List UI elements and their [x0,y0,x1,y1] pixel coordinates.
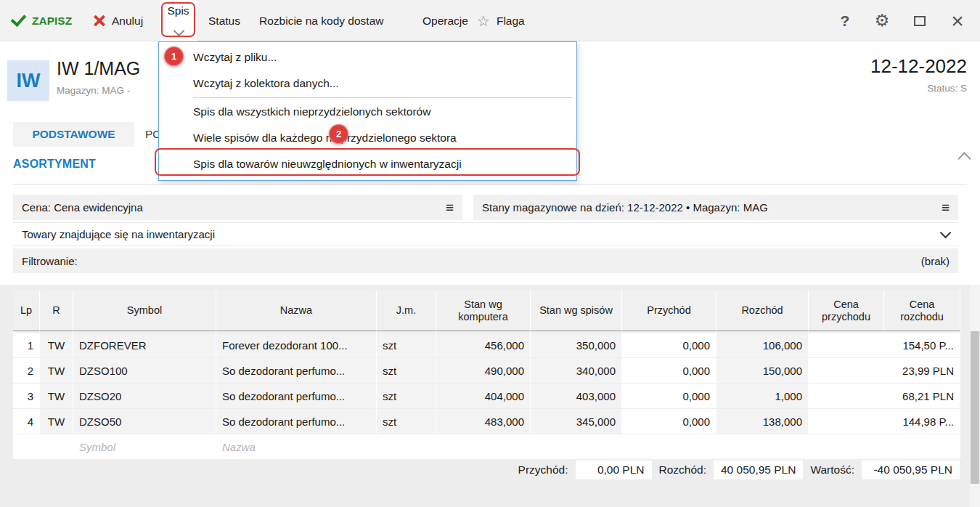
cell-rozchod: 1,000 [716,384,809,408]
menu-item-wczytaj-z-pliku[interactable]: Wczytaj z pliku... [159,44,576,70]
cell-cena-rozchodu: 144,98 P... [884,409,960,434]
cell-nazwa: So dezodorant perfumo... [216,409,377,434]
spis-menu-button[interactable]: Spis [161,4,195,17]
maximize-button[interactable] [907,0,932,41]
column-header-lp[interactable]: Lp [13,291,40,331]
column-header-rozchod[interactable]: Rozchód [716,291,809,331]
cell-rozchod: 138,000 [716,409,809,434]
cell-stan-komputera: 404,000 [436,384,531,408]
operacje-button-label: Operacje [422,15,468,28]
rozchod-total-value: 40 050,95 PLN [714,461,803,479]
save-button-label: ZAPISZ [32,15,72,28]
cell-przychod: 0,000 [622,333,716,357]
menu-item-spis-wszystkie-sektory[interactable]: Spis dla wszystkich nieprzydzielonych se… [159,99,576,125]
gear-icon: ⚙ [875,11,890,31]
red-x-icon [93,15,105,27]
close-button[interactable]: × [945,0,970,41]
entry-cell-przychod[interactable] [622,434,716,459]
cell-cena-przychodu [809,384,884,408]
stock-state-label: Stany magazynowe na dzień: 12-12-2022 • … [482,201,768,214]
menu-separator [193,97,572,98]
symbol-placeholder: Symbol [79,441,115,453]
column-header-stan-spisow[interactable]: Stan wg spisów [531,291,622,331]
price-type-bar[interactable]: Cena: Cena ewidencyjna ≡ [13,195,462,220]
flaga-button[interactable]: ☆ Flaga [477,0,525,41]
table-row[interactable]: 2 TW DZSO100 So dezodorant perfumo... sz… [13,358,960,383]
cancel-button[interactable]: Anuluj [93,0,143,41]
scope-dropdown[interactable]: Towary znajdujące się na inwentaryzacji [13,222,958,246]
star-icon: ☆ [477,12,490,30]
table-row[interactable]: 4 TW DZSO50 So dezodorant perfumo... szt… [13,409,960,434]
cell-jm: szt [377,384,436,408]
document-status: Status: S [927,83,967,94]
cell-przychod: 0,000 [622,409,716,434]
cell-cena-rozchodu: 23,99 PLN [884,358,960,383]
entry-cell-jm[interactable] [377,434,436,459]
wartosc-total-value: -40 050,95 PLN [862,461,960,479]
table-row[interactable]: 3 TW DZSO20 So dezodorant perfumo... szt… [13,384,960,408]
menu-item-wczytaj-z-kolektora[interactable]: Wczytaj z kolektora danych... [159,70,576,97]
stock-state-bar[interactable]: Stany magazynowe na dzień: 12-12-2022 • … [473,195,958,220]
vertical-scrollbar[interactable] [970,285,980,507]
settings-button[interactable]: ⚙ [870,0,894,41]
cell-symbol: DZSO50 [73,409,216,434]
hamburger-menu-icon[interactable]: ≡ [446,200,454,216]
table-header-row: Lp R Symbol Nazwa J.m. Stan wg komputera… [13,291,960,331]
maximize-icon [914,16,926,26]
column-header-jm[interactable]: J.m. [377,291,436,331]
cell-jm: szt [377,358,436,383]
cell-przychod: 0,000 [622,358,716,383]
save-button[interactable]: ZAPISZ [12,0,72,41]
cell-rozchod: 106,000 [716,333,809,357]
column-header-cena-rozchodu[interactable]: Cena rozchodu [884,291,960,331]
entry-cell-stan-spisow[interactable] [531,434,622,459]
cell-nazwa: So dezodorant perfumo... [216,384,377,408]
operacje-button[interactable]: Operacje [422,0,468,41]
column-header-cena-przychodu[interactable]: Cena przychodu [809,291,884,331]
rozbicie-button[interactable]: Rozbicie na kody dostaw [259,0,383,41]
entry-nazwa-input[interactable]: Nazwa [216,434,377,459]
column-header-symbol[interactable]: Symbol [73,291,216,331]
collapse-section-chevron-up-icon[interactable] [957,152,971,165]
cell-nazwa: So dezodorant perfumo... [216,358,377,383]
column-header-stan-komputera[interactable]: Stan wg komputera [436,291,531,331]
menu-item-spis-nieuwzglednione[interactable]: Spis dla towarów nieuwzględnionych w inw… [159,151,576,177]
cell-symbol: DZFOREVER [73,333,216,357]
cell-lp: 4 [13,409,40,434]
entry-cell-cena-rozchodu[interactable] [884,434,960,459]
nazwa-placeholder: Nazwa [222,441,256,453]
column-header-nazwa[interactable]: Nazwa [216,291,377,331]
scrollbar-thumb[interactable] [971,331,979,484]
cell-stan-spisow: 345,000 [531,409,622,434]
cell-cena-przychodu [809,409,884,434]
chevron-down-icon [940,227,952,239]
document-title: IW 1/MAG [57,58,140,79]
section-title-asortyment: ASORTYMENT [13,158,96,171]
przychod-total-value: 0,00 PLN [576,461,652,479]
cell-cena-rozchodu: 68,21 PLN [884,384,960,408]
entry-cell-lp[interactable] [13,434,40,459]
wartosc-total-label: Wartość: [810,463,854,476]
new-entry-row[interactable]: Symbol Nazwa [13,434,960,459]
tab-podstawowe[interactable]: PODSTAWOWE [13,122,134,147]
help-button[interactable]: ? [833,0,857,41]
help-icon: ? [841,12,850,30]
cell-lp: 1 [13,333,40,357]
cell-rozchod: 150,000 [716,358,809,383]
hamburger-menu-icon[interactable]: ≡ [942,200,950,216]
document-subtitle: Magazyn: MAG - [57,85,130,96]
cell-r: TW [40,384,73,408]
entry-cell-cena-przychodu[interactable] [809,434,884,459]
cell-stan-spisow: 350,000 [531,333,622,357]
status-button[interactable]: Status [208,0,240,41]
table-row[interactable]: 1 TW DZFOREVER Forever dezodorant 100...… [13,333,960,357]
entry-cell-rozchod[interactable] [716,434,809,459]
entry-cell-stan-komputera[interactable] [436,434,531,459]
menu-item-wiele-spisow[interactable]: Wiele spisów dla każdego nieprzydzielone… [159,125,576,151]
column-header-przychod[interactable]: Przychód [622,291,716,331]
filter-row[interactable]: Filtrowanie: (brak) [13,248,958,273]
summary-footer: Przychód: 0,00 PLN Rozchód: 40 050,95 PL… [0,461,960,479]
column-header-r[interactable]: R [40,291,73,331]
entry-cell-r[interactable] [40,434,73,459]
entry-symbol-input[interactable]: Symbol [73,434,216,459]
